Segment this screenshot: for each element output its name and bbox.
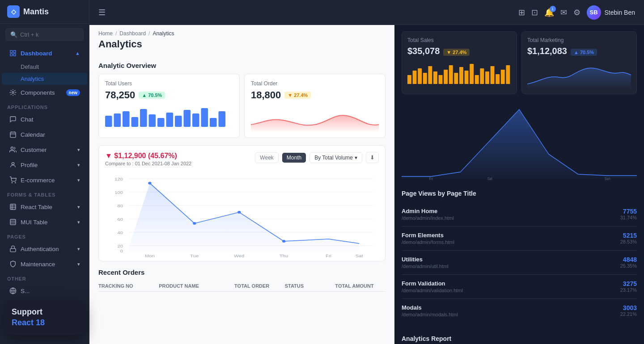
income-overview-card: ▼ $1,12,900 (45.67%) Compare to : 01 Dec… bbox=[98, 145, 386, 261]
pv-url-0: /demo/admin/index.html bbox=[402, 215, 620, 221]
main-wrapper: ☰ ⊞ ⊡ 🔔 1 ✉ ⚙ SB Stebin Ben Home / D bbox=[89, 0, 644, 344]
svg-text:100: 100 bbox=[114, 190, 123, 195]
components-icon bbox=[9, 88, 17, 96]
sidebar-sub-analytics[interactable]: Analytics bbox=[2, 73, 87, 85]
stat-badge-sales: ▼ 27.4% bbox=[443, 49, 470, 56]
settings-icon[interactable]: ⚙ bbox=[573, 8, 580, 17]
svg-rect-1 bbox=[13, 50, 16, 53]
chevron-maintenance-icon: ▾ bbox=[77, 261, 80, 267]
svg-rect-17 bbox=[10, 219, 16, 225]
breadcrumb-dashboard[interactable]: Dashboard bbox=[119, 30, 146, 37]
sidebar-item-components[interactable]: Components new bbox=[2, 85, 87, 100]
logo-icon: ◇ bbox=[7, 5, 20, 18]
btn-volume-text: By Total Volume bbox=[314, 155, 353, 161]
svg-text:Sun: Sun bbox=[605, 176, 611, 181]
user-info[interactable]: SB Stebin Ben bbox=[587, 5, 636, 20]
calendar-icon bbox=[9, 130, 17, 138]
btn-month[interactable]: Month bbox=[282, 153, 306, 163]
col-total-amount: TOTAL AMOUNT bbox=[335, 283, 386, 289]
btn-download[interactable]: ⬇ bbox=[366, 152, 379, 163]
search-input[interactable] bbox=[20, 31, 79, 38]
sidebar-item-dashboard[interactable]: Dashboard ▲ bbox=[2, 46, 87, 61]
sidebar-label-components: Components bbox=[21, 89, 55, 96]
chevron-customer-icon: ▾ bbox=[77, 147, 80, 153]
sidebar-item-customer[interactable]: Customer ▾ bbox=[2, 142, 87, 157]
svg-rect-77 bbox=[480, 68, 484, 84]
sidebar-label-sample: S... bbox=[21, 288, 30, 294]
react-table-icon bbox=[9, 203, 17, 211]
hamburger-icon[interactable]: ☰ bbox=[98, 8, 106, 17]
stat-badge-value-marketing: 70.5% bbox=[580, 50, 594, 55]
mail-icon[interactable]: ✉ bbox=[560, 8, 567, 17]
svg-rect-29 bbox=[131, 117, 139, 127]
ecommerce-icon bbox=[9, 176, 17, 184]
section-applications: Applications bbox=[0, 100, 89, 112]
svg-rect-73 bbox=[459, 67, 463, 84]
btn-week[interactable]: Week bbox=[255, 152, 278, 163]
sidebar-item-ecommerce[interactable]: E-commerce ▾ bbox=[2, 172, 87, 188]
sidebar-item-chat[interactable]: Chat bbox=[2, 112, 87, 127]
screen-icon[interactable]: ⊡ bbox=[531, 8, 538, 17]
sidebar-label-calendar: Calendar bbox=[21, 131, 45, 138]
stat-badge-marketing: ▲ 70.5% bbox=[571, 49, 597, 56]
pv-name-4: Modals bbox=[402, 304, 620, 311]
stat-value-order: 18,800 bbox=[251, 89, 281, 101]
page-views-section: Page Views by Page Title Admin Home /dem… bbox=[394, 190, 644, 330]
stat-cards-left: Total Users 78,250 ▲ 70.5% bbox=[89, 74, 394, 138]
recent-orders-title: Recent Orders bbox=[98, 268, 386, 276]
recent-orders-section: Recent Orders TRACKING NO PRODUCT NAME T… bbox=[89, 268, 394, 299]
mini-chart-users bbox=[105, 105, 233, 127]
svg-rect-80 bbox=[496, 74, 500, 84]
support-widget[interactable]: Support React 18 bbox=[4, 300, 85, 335]
search-bar[interactable]: 🔍 bbox=[5, 28, 84, 41]
sidebar-label-chat: Chat bbox=[21, 116, 34, 123]
left-panel: Home / Dashboard / Analytics Analytics A… bbox=[89, 25, 394, 344]
pv-percent-0: 31.74% bbox=[620, 215, 637, 220]
support-react-18: React 18 bbox=[12, 318, 45, 327]
sidebar-item-profile[interactable]: Profile ▾ bbox=[2, 157, 87, 172]
sidebar-item-authentication[interactable]: Authentication ▾ bbox=[2, 241, 87, 256]
pv-name-1: Form Elements bbox=[402, 232, 620, 239]
pv-item-utilities: Utilities /demo/admin/util.html 4848 25.… bbox=[402, 251, 637, 275]
svg-text:40: 40 bbox=[117, 231, 123, 235]
stat-card-marketing: Total Marketing $1,12,083 ▲ 70.5% bbox=[521, 31, 637, 94]
pv-item-form-validation: Form Validation /demo/admin/validation.h… bbox=[402, 275, 637, 299]
stat-value-users: 78,250 bbox=[105, 89, 135, 101]
area-chart-order bbox=[251, 105, 379, 131]
sidebar-item-react-table[interactable]: React Table ▾ bbox=[2, 199, 87, 214]
chat-icon bbox=[9, 115, 17, 123]
income-controls: Week Month By Total Volume ▾ ⬇ bbox=[255, 152, 379, 163]
support-text-line1: Support React 18 bbox=[12, 307, 78, 328]
sidebar-item-sample[interactable]: S... bbox=[2, 283, 87, 298]
sidebar-item-mui-table[interactable]: MUI Table ▾ bbox=[2, 214, 87, 230]
apps-icon[interactable]: ⊞ bbox=[518, 8, 525, 17]
pv-name-3: Form Validation bbox=[402, 280, 620, 287]
sidebar-item-calendar[interactable]: Calendar bbox=[2, 127, 87, 142]
profile-icon bbox=[9, 161, 17, 169]
svg-rect-30 bbox=[140, 109, 147, 127]
svg-rect-13 bbox=[10, 204, 16, 210]
svg-rect-39 bbox=[219, 111, 226, 127]
logo-area: ◇ Mantis bbox=[0, 0, 89, 24]
stat-label-order: Total Order bbox=[251, 80, 379, 87]
breadcrumb-sep1: / bbox=[115, 30, 117, 37]
svg-rect-3 bbox=[10, 54, 13, 56]
sidebar-label-profile: Profile bbox=[21, 162, 38, 168]
svg-rect-38 bbox=[210, 118, 217, 127]
svg-text:Wed: Wed bbox=[234, 254, 244, 258]
income-value-text: $1,12,900 (45.67%) bbox=[114, 152, 177, 159]
svg-rect-74 bbox=[465, 71, 469, 84]
sidebar: ◇ Mantis 🔍 Dashboard ▲ Default Analytics… bbox=[0, 0, 89, 344]
sidebar-label-dashboard: Dashboard bbox=[21, 50, 52, 57]
sidebar-item-maintenance[interactable]: Maintenance ▾ bbox=[2, 256, 87, 272]
chevron-react-table-icon: ▾ bbox=[77, 204, 80, 210]
breadcrumb-home[interactable]: Home bbox=[98, 30, 113, 37]
svg-rect-70 bbox=[444, 70, 448, 84]
notification-icon[interactable]: 🔔 1 bbox=[544, 8, 554, 17]
stat-label-users: Total Users bbox=[105, 80, 233, 87]
sidebar-sub-default[interactable]: Default bbox=[2, 61, 87, 73]
breadcrumb-sep2: / bbox=[148, 30, 150, 37]
btn-volume[interactable]: By Total Volume ▾ bbox=[309, 152, 362, 163]
stat-card-users: Total Users 78,250 ▲ 70.5% bbox=[98, 74, 240, 138]
pv-count-2: 4848 bbox=[620, 256, 637, 263]
